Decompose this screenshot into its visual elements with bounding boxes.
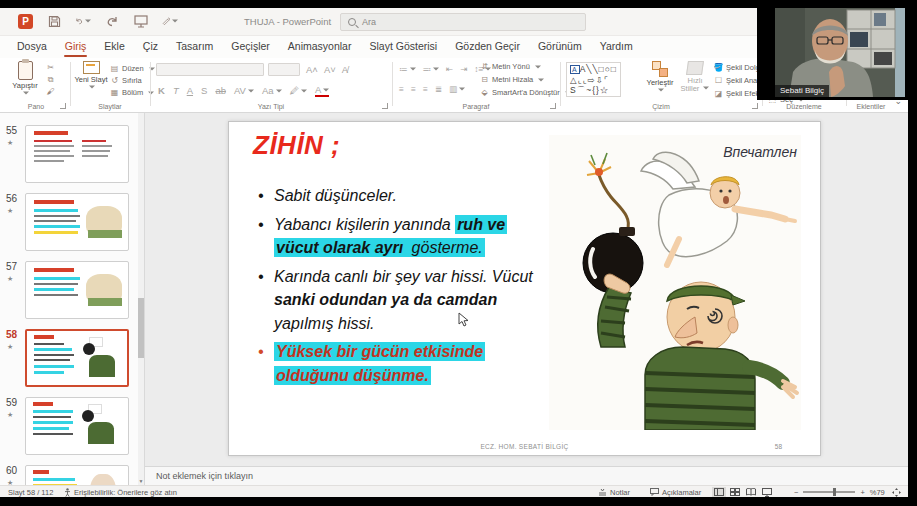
- font-color-button[interactable]: A: [315, 84, 329, 97]
- cut-icon[interactable]: ✂: [46, 63, 55, 72]
- tab-slayt-gosterisi[interactable]: Slayt Gösterisi: [360, 36, 446, 58]
- slide-image-angel-bomb-cartoon[interactable]: Впечатлен: [549, 135, 801, 434]
- smartart-button[interactable]: ⬙SmartArt'a Dönüştür: [480, 88, 571, 97]
- tab-gorunum[interactable]: Görünüm: [529, 36, 591, 58]
- slide-thumbnail-59[interactable]: 59 ★: [0, 397, 144, 455]
- zoom-slider-thumb[interactable]: [833, 488, 836, 496]
- arrange-button[interactable]: Yerleştir: [644, 61, 676, 95]
- format-painter-icon[interactable]: 🖌: [46, 87, 55, 96]
- comments-toggle[interactable]: Açıklamalar: [650, 486, 701, 497]
- thumbnails-scrollbar[interactable]: [138, 113, 144, 485]
- accessibility-checker[interactable]: Erişilebilirlik: Önerilere göz atın: [64, 486, 177, 497]
- slide-thumbnail-60[interactable]: 60 ★: [0, 465, 144, 485]
- tab-gecisler[interactable]: Geçişler: [222, 36, 279, 58]
- slide-thumbnail-57[interactable]: 57 ★: [0, 261, 144, 319]
- slide-number: 58: [6, 329, 17, 340]
- thumbnails-scroll-down-icon[interactable]: ▼: [138, 478, 144, 484]
- layout-button[interactable]: ▤Düzen: [110, 64, 155, 73]
- zoom-in-icon[interactable]: +: [860, 488, 864, 497]
- indent-icon[interactable]: ⇥: [460, 64, 467, 74]
- align-left-icon[interactable]: ≡: [399, 84, 404, 94]
- view-switcher: [712, 486, 774, 497]
- reset-button[interactable]: ↺Sıfırla: [110, 76, 155, 85]
- slide-thumbnail-56[interactable]: 56 ★: [0, 193, 144, 251]
- paste-button[interactable]: Yapıştır: [8, 61, 42, 98]
- align-text-button[interactable]: ⊟Metni Hizala: [480, 75, 571, 84]
- tab-ciz[interactable]: Çiz: [134, 36, 167, 58]
- italic-button[interactable]: T: [173, 85, 179, 96]
- slide-thumbnail-55[interactable]: 55 ★: [0, 125, 144, 183]
- new-slide-button[interactable]: Yeni Slayt: [74, 61, 108, 92]
- normal-view-button[interactable]: [712, 487, 726, 498]
- zoom-level[interactable]: %79: [870, 488, 885, 497]
- justify-icon[interactable]: ≣: [435, 84, 442, 94]
- fit-slide-button[interactable]: [892, 486, 901, 497]
- slide-title[interactable]: ZİHİN ;: [253, 130, 340, 161]
- highlight-pen-icon[interactable]: 🖉: [290, 85, 308, 96]
- underline-button[interactable]: A: [187, 85, 193, 96]
- change-case-button[interactable]: Aa: [262, 85, 282, 96]
- slide-thumbnail-58[interactable]: 58 ★: [0, 329, 144, 387]
- strikethrough-button[interactable]: ab: [215, 85, 226, 96]
- quick-styles-button[interactable]: Hızlı Stiller: [678, 61, 712, 93]
- zoom-out-icon[interactable]: −: [794, 488, 798, 497]
- undo-icon[interactable]: [75, 13, 91, 29]
- pen-tool-icon[interactable]: [162, 13, 178, 29]
- bullet-list-icon[interactable]: ≔: [399, 64, 416, 74]
- search-input[interactable]: Ara: [340, 13, 586, 31]
- animation-star-icon: ★: [7, 207, 13, 215]
- align-center-icon[interactable]: ≡: [411, 84, 416, 94]
- notes-pane[interactable]: Not eklemek için tıklayın: [145, 466, 908, 485]
- tab-animasyonlar[interactable]: Animasyonlar: [279, 36, 361, 58]
- thumbnail-preview: [25, 261, 129, 319]
- save-icon[interactable]: [46, 13, 62, 29]
- webcam-overlay[interactable]: Sebati Bilgiç: [757, 0, 917, 100]
- font-name-select[interactable]: [156, 63, 264, 76]
- bullet-text: Karında canlı bir şey var hissi. Vücut: [274, 268, 533, 285]
- zoom-slider[interactable]: [803, 491, 855, 493]
- shapes-gallery[interactable]: AA╲╲□○□ △⌞⌞⇨⇩⌜ S⌒~{}☆: [566, 62, 621, 97]
- char-spacing-button[interactable]: AV: [234, 85, 254, 96]
- group-label-drawing: Çizim: [562, 103, 760, 110]
- numbered-list-icon[interactable]: ≕: [423, 64, 440, 74]
- shadow-button[interactable]: S: [201, 85, 207, 96]
- tab-dosya[interactable]: Dosya: [8, 36, 56, 58]
- start-slideshow-icon[interactable]: [133, 13, 149, 29]
- comments-toggle-label: Açıklamalar: [662, 488, 701, 497]
- slide-counter[interactable]: Slayt 58 / 112: [8, 486, 53, 497]
- drawing-dialog-launcher[interactable]: [752, 103, 758, 109]
- tab-ekle[interactable]: Ekle: [95, 36, 133, 58]
- slideshow-view-button[interactable]: [760, 487, 774, 498]
- columns-icon[interactable]: ▥: [449, 84, 465, 94]
- tab-tasarim[interactable]: Tasarım: [167, 36, 222, 58]
- text-direction-button[interactable]: ⇵Metin Yönü: [480, 62, 571, 71]
- slide-number: 60: [6, 465, 17, 476]
- clear-format-icon[interactable]: A̸: [342, 64, 348, 75]
- reading-view-button[interactable]: [744, 487, 758, 498]
- tab-gozden-gecir[interactable]: Gözden Geçir: [446, 36, 529, 58]
- copy-icon[interactable]: ⧉: [46, 75, 55, 84]
- thumb-decor: [33, 470, 49, 474]
- grow-font-icon[interactable]: A˄: [306, 64, 318, 75]
- bold-button[interactable]: K: [158, 85, 165, 96]
- align-right-icon[interactable]: ≡: [423, 84, 428, 94]
- section-button[interactable]: ▦Bölüm: [110, 88, 155, 97]
- thumb-decor: [34, 283, 78, 285]
- slide-body-text[interactable]: Sabit düşünceler. Yabancı kişilerin yanı…: [257, 184, 573, 392]
- notes-toggle[interactable]: Notlar: [598, 486, 630, 497]
- tab-yardim[interactable]: Yardım: [591, 36, 642, 58]
- thumb-decor: [83, 343, 95, 355]
- clipboard-dialog-launcher[interactable]: [60, 103, 66, 109]
- thumb-decor: [34, 215, 80, 217]
- search-placeholder: Ara: [362, 17, 376, 27]
- slide-sorter-view-button[interactable]: [728, 487, 742, 498]
- font-dialog-launcher[interactable]: [382, 103, 388, 109]
- tab-giris[interactable]: Giriş: [56, 36, 96, 58]
- thumbnails-scrollbar-thumb[interactable]: [138, 298, 144, 358]
- paragraph-dialog-launcher[interactable]: [550, 103, 556, 109]
- redo-icon[interactable]: [104, 13, 120, 29]
- font-size-select[interactable]: [268, 63, 300, 76]
- slide-58[interactable]: ZİHİN ; Sabit düşünceler. Yabancı kişile…: [228, 121, 821, 456]
- outdent-icon[interactable]: ⇤: [446, 64, 453, 74]
- shrink-font-icon[interactable]: A˅: [324, 64, 336, 75]
